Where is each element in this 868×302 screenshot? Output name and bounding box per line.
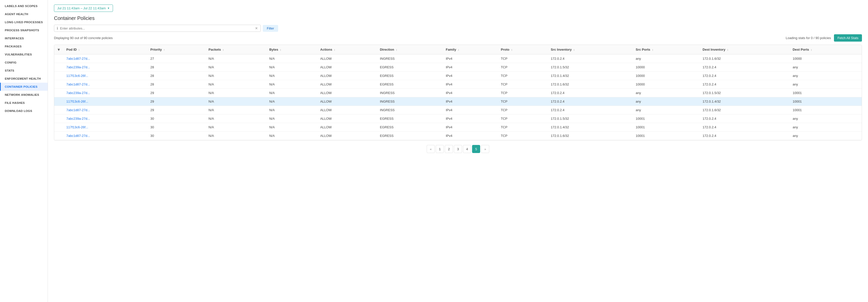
sidebar-item-vulnerabilities[interactable]: VULNERABILITIES bbox=[0, 51, 48, 59]
row-actions: ALLOW bbox=[317, 132, 377, 140]
pagination-page-4[interactable]: 4 bbox=[463, 145, 471, 153]
row-bytes: N/A bbox=[266, 89, 317, 97]
row-filter-cell bbox=[54, 72, 63, 80]
row-pod-id[interactable]: 7abc1d87-27d... bbox=[63, 55, 147, 63]
row-actions: ALLOW bbox=[317, 55, 377, 63]
row-pod-id[interactable]: 117f13c6-26f... bbox=[63, 72, 147, 80]
col-packets[interactable]: Packets ↕ bbox=[206, 45, 266, 55]
pagination-prev[interactable]: « bbox=[427, 145, 435, 153]
row-dest-inventory: 172.0.2.4 bbox=[700, 63, 789, 72]
col-dest-inventory[interactable]: Dest Inventory ↕ bbox=[700, 45, 789, 55]
pagination-page-3[interactable]: 3 bbox=[454, 145, 462, 153]
sidebar-item-agent-health[interactable]: AGENT HEALTH bbox=[0, 10, 48, 18]
sidebar-item-process-snapshots[interactable]: PROCESS SNAPSHOTS bbox=[0, 26, 48, 34]
table-row: 7abc1d87-27d... 27 N/A N/A ALLOW INGRESS… bbox=[54, 55, 862, 63]
row-family: IPv4 bbox=[443, 123, 498, 132]
row-packets: N/A bbox=[206, 89, 266, 97]
row-src-ports: any bbox=[633, 97, 700, 106]
row-pod-id[interactable]: 117f13c6-26f... bbox=[63, 97, 147, 106]
row-pod-id[interactable]: 7abc239a-27d... bbox=[63, 114, 147, 123]
row-filter-cell bbox=[54, 97, 63, 106]
row-src-inventory: 172.0.1.4/32 bbox=[548, 72, 633, 80]
date-range-picker[interactable]: Jul 21 11:43am – Jul 22 11:43am ▼ bbox=[54, 4, 113, 12]
row-pod-id[interactable]: 7abc1d87-27d... bbox=[63, 80, 147, 89]
row-dest-ports: any bbox=[789, 123, 862, 132]
clear-icon[interactable]: ✕ bbox=[255, 26, 258, 30]
row-pod-id[interactable]: 7abc1d87-27d... bbox=[63, 106, 147, 114]
row-pod-id[interactable]: 117f13c6-26f... bbox=[63, 123, 147, 132]
sidebar-item-enforcement-health[interactable]: ENFORCEMENT HEALTH bbox=[0, 75, 48, 83]
row-direction: INGRESS bbox=[377, 89, 442, 97]
row-filter-cell bbox=[54, 123, 63, 132]
row-packets: N/A bbox=[206, 63, 266, 72]
fetch-all-stats-button[interactable]: Fetch All Stats bbox=[834, 34, 862, 42]
row-direction: EGRESS bbox=[377, 80, 442, 89]
row-proto: TCP bbox=[498, 63, 548, 72]
table-row: 7abc239a-27d... 28 N/A N/A ALLOW EGRESS … bbox=[54, 63, 862, 72]
col-src-ports[interactable]: Src Ports ↕ bbox=[633, 45, 700, 55]
table-row: 117f13c6-26f... 28 N/A N/A ALLOW EGRESS … bbox=[54, 72, 862, 80]
col-priority[interactable]: Priority ↑ bbox=[147, 45, 206, 55]
pagination: « 1 2 3 4 5 » bbox=[54, 145, 862, 156]
row-pod-id[interactable]: 7abc239a-27d... bbox=[63, 89, 147, 97]
sidebar-item-interfaces[interactable]: INTERFACES bbox=[0, 34, 48, 42]
row-dest-ports: any bbox=[789, 80, 862, 89]
row-direction: EGRESS bbox=[377, 72, 442, 80]
row-filter-cell bbox=[54, 114, 63, 123]
sidebar-item-labels-scopes[interactable]: LABELS AND SCOPES bbox=[0, 2, 48, 10]
pagination-page-5[interactable]: 5 bbox=[472, 145, 480, 153]
row-pod-id[interactable]: 7abc239a-27d... bbox=[63, 63, 147, 72]
row-src-ports: any bbox=[633, 55, 700, 63]
sidebar-item-network-anomalies[interactable]: NETWORK ANOMALIES bbox=[0, 91, 48, 99]
row-packets: N/A bbox=[206, 80, 266, 89]
row-priority: 30 bbox=[147, 123, 206, 132]
sidebar-item-container-policies[interactable]: CONTAINER POLICIES bbox=[0, 83, 48, 91]
row-bytes: N/A bbox=[266, 114, 317, 123]
row-dest-inventory: 172.0.2.4 bbox=[700, 123, 789, 132]
row-src-ports: 10001 bbox=[633, 114, 700, 123]
row-direction: EGRESS bbox=[377, 114, 442, 123]
row-priority: 29 bbox=[147, 89, 206, 97]
pagination-next[interactable]: » bbox=[481, 145, 489, 153]
row-filter-cell bbox=[54, 63, 63, 72]
row-src-ports: any bbox=[633, 106, 700, 114]
row-proto: TCP bbox=[498, 80, 548, 89]
filter-funnel-icon[interactable]: ▼ bbox=[57, 47, 61, 52]
info-icon: ℹ bbox=[57, 26, 58, 30]
col-proto[interactable]: Proto ↕ bbox=[498, 45, 548, 55]
col-src-inventory[interactable]: Src Inventory ↕ bbox=[548, 45, 633, 55]
row-family: IPv4 bbox=[443, 72, 498, 80]
row-src-inventory: 172.0.2.4 bbox=[548, 97, 633, 106]
sidebar-item-file-hashes[interactable]: FILE HASHES bbox=[0, 99, 48, 107]
row-src-inventory: 172.0.2.4 bbox=[548, 55, 633, 63]
row-bytes: N/A bbox=[266, 106, 317, 114]
sidebar-item-long-lived-processes[interactable]: LONG LIVED PROCESSES bbox=[0, 18, 48, 26]
filter-button[interactable]: Filter bbox=[263, 25, 278, 32]
row-bytes: N/A bbox=[266, 63, 317, 72]
row-dest-ports: any bbox=[789, 132, 862, 140]
sidebar-item-download-logs[interactable]: DOWNLOAD LOGS bbox=[0, 107, 48, 115]
col-pod-id[interactable]: Pod ID ↕ bbox=[63, 45, 147, 55]
col-actions[interactable]: Actions ↕ bbox=[317, 45, 377, 55]
search-input[interactable] bbox=[60, 27, 255, 30]
row-direction: EGRESS bbox=[377, 132, 442, 140]
row-direction: INGRESS bbox=[377, 55, 442, 63]
pagination-page-2[interactable]: 2 bbox=[445, 145, 453, 153]
col-direction[interactable]: Direction ↕ bbox=[377, 45, 442, 55]
row-actions: ALLOW bbox=[317, 63, 377, 72]
row-family: IPv4 bbox=[443, 97, 498, 106]
sidebar-item-packages[interactable]: PACKAGES bbox=[0, 42, 48, 51]
sidebar-item-stats[interactable]: STATS bbox=[0, 67, 48, 75]
row-pod-id[interactable]: 7abc1d87-27d... bbox=[63, 132, 147, 140]
col-bytes[interactable]: Bytes ↕ bbox=[266, 45, 317, 55]
row-proto: TCP bbox=[498, 55, 548, 63]
row-priority: 29 bbox=[147, 106, 206, 114]
col-family[interactable]: Family ↕ bbox=[443, 45, 498, 55]
row-proto: TCP bbox=[498, 123, 548, 132]
pagination-page-1[interactable]: 1 bbox=[436, 145, 444, 153]
sidebar-item-config[interactable]: CONFIG bbox=[0, 59, 48, 67]
date-picker-arrow-icon: ▼ bbox=[107, 7, 110, 9]
col-dest-ports[interactable]: Dest Ports ↕ bbox=[789, 45, 862, 55]
filter-column-header[interactable]: ▼ bbox=[54, 45, 63, 55]
row-dest-ports: any bbox=[789, 114, 862, 123]
